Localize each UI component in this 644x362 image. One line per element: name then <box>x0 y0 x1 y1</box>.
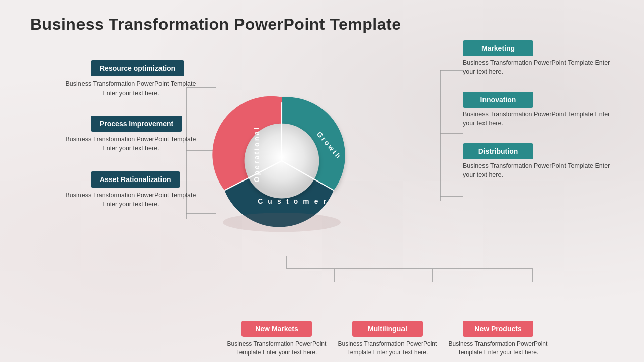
donut-chart-container: Growth Operational C u s t o m e r <box>191 65 372 256</box>
resource-optimization-tag: Resource optimization <box>91 60 184 76</box>
multilingual-desc: Business Transformation PowerPoint Templ… <box>337 340 438 357</box>
page-title: Business Transformation PowerPoint Templ… <box>30 15 401 34</box>
new-products-desc: Business Transformation PowerPoint Templ… <box>448 340 548 357</box>
new-markets-tag: New Markets <box>242 321 312 337</box>
asset-rationalization-tag: Asset Rationalization <box>91 171 180 188</box>
bottom-section: New Markets Business Transformation Powe… <box>211 321 564 357</box>
operational-label: Operational <box>253 126 261 183</box>
reflection-ellipse <box>223 213 341 232</box>
donut-chart-svg: Growth Operational C u s t o m e r <box>201 75 362 246</box>
innovation-tag: Innovation <box>463 92 533 108</box>
resource-optimization-desc: Business Transformation PowerPoint Templ… <box>60 79 201 98</box>
resource-optimization-block: Resource optimization Business Transform… <box>30 60 201 98</box>
marketing-block: Marketing Business Transformation PowerP… <box>463 40 614 76</box>
process-improvement-desc: Business Transformation PowerPoint Templ… <box>60 135 201 153</box>
innovation-desc: Business Transformation PowerPoint Templ… <box>463 110 614 128</box>
customer-label: C u s t o m e r <box>258 197 328 205</box>
multilingual-tag: Multilingual <box>352 321 423 337</box>
marketing-tag: Marketing <box>463 40 533 56</box>
new-products-tag: New Products <box>463 321 533 337</box>
distribution-block: Distribution Business Transformation Pow… <box>463 143 614 179</box>
main-content: Business Transformation PowerPoint Templ… <box>0 0 644 362</box>
left-section: Resource optimization Business Transform… <box>30 60 201 212</box>
distribution-desc: Business Transformation PowerPoint Templ… <box>463 161 614 179</box>
asset-rationalization-desc: Business Transformation PowerPoint Templ… <box>60 191 201 209</box>
asset-rationalization-block: Asset Rationalization Business Transform… <box>30 171 201 209</box>
innovation-block: Innovation Business Transformation Power… <box>463 92 614 128</box>
new-markets-block: New Markets Business Transformation Powe… <box>226 321 327 357</box>
new-markets-desc: Business Transformation PowerPoint Templ… <box>226 340 327 357</box>
new-products-block: New Products Business Transformation Pow… <box>448 321 548 357</box>
marketing-desc: Business Transformation PowerPoint Templ… <box>463 58 614 76</box>
multilingual-block: Multilingual Business Transformation Pow… <box>337 321 438 357</box>
process-improvement-tag: Process Improvement <box>91 116 182 132</box>
distribution-tag: Distribution <box>463 143 533 159</box>
right-section: Marketing Business Transformation PowerP… <box>463 40 614 185</box>
process-improvement-block: Process Improvement Business Transformat… <box>30 116 201 153</box>
